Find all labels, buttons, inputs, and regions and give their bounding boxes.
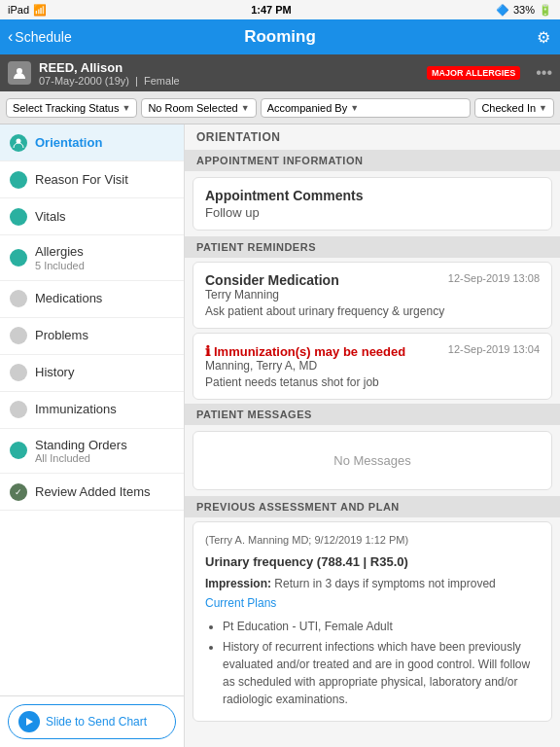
appointment-card: Appointment Comments Follow up <box>192 177 552 231</box>
tracking-status-arrow: ▼ <box>122 103 130 113</box>
sidebar-item-history[interactable]: History <box>0 355 184 392</box>
checked-in-dropdown[interactable]: Checked In ▼ <box>474 98 554 118</box>
reminders-section-header: PATIENT REMINDERS <box>185 236 560 258</box>
sidebar-item-problems[interactable]: Problems <box>0 318 184 355</box>
plan-section-header: PREVIOUS ASSESSMENT AND PLAN <box>185 496 560 517</box>
orientation-dot <box>10 134 27 152</box>
reminder-2-title: ℹ Immunization(s) may be needed <box>205 343 405 359</box>
reminder-1-author: Terry Manning <box>205 288 339 302</box>
checked-in-label: Checked In <box>481 102 536 114</box>
reminder-2-author: Manning, Terry A, MD <box>205 359 405 373</box>
gear-button[interactable]: ⚙ <box>537 28 550 47</box>
battery-icon: 🔋 <box>539 4 552 17</box>
checked-in-arrow: ▼ <box>539 103 547 113</box>
reminder-2-body: Patient needs tetanus shot for job <box>205 375 540 389</box>
appointment-comments-body: Follow up <box>205 205 540 220</box>
no-messages-text: No Messages <box>205 442 540 480</box>
sidebar: Orientation Reason For Visit Vitals Alle… <box>0 124 185 747</box>
sidebar-item-standing-orders[interactable]: Standing Orders All Included <box>0 429 184 475</box>
sidebar-item-review[interactable]: ✓ Review Added Items <box>0 474 184 511</box>
patient-bar: REED, Allison 07-May-2000 (19y) | Female… <box>0 54 560 91</box>
plan-diagnosis: Urinary frequency (788.41 | R35.0) <box>205 552 540 572</box>
standing-orders-sub: All Included <box>35 452 127 464</box>
impression-text: Return in 3 days if symptoms not improve… <box>274 577 495 590</box>
reminder-1-date: 12-Sep-2019 13:08 <box>448 272 540 284</box>
immunizations-dot <box>10 401 27 418</box>
main-layout: Orientation Reason For Visit Vitals Alle… <box>0 124 560 747</box>
reminder-card-2: ℹ Immunization(s) may be needed Manning,… <box>192 333 552 400</box>
allergies-sub: 5 Included <box>35 260 85 271</box>
back-label: Schedule <box>15 29 71 45</box>
sidebar-item-orientation[interactable]: Orientation <box>0 124 184 161</box>
patient-name: REED, Allison <box>39 60 180 75</box>
plan-meta: (Terry A. Manning MD; 9/12/2019 1:12 PM) <box>205 532 540 549</box>
patient-gender: Female <box>144 75 180 87</box>
plan-card: (Terry A. Manning MD; 9/12/2019 1:12 PM)… <box>192 521 552 722</box>
sidebar-item-allergies[interactable]: Allergies 5 Included <box>0 235 184 281</box>
plan-bullets: Pt Education - UTI, Female Adult History… <box>223 618 540 708</box>
alert-circle-icon: ℹ <box>205 343 210 359</box>
patient-details: 07-May-2000 (19y) | Female <box>39 75 180 87</box>
allergies-dot <box>10 249 27 267</box>
messages-section-header: PATIENT MESSAGES <box>185 404 560 425</box>
accompanied-by-dropdown[interactable]: Accompanied By ▼ <box>261 98 472 118</box>
history-label: History <box>35 365 74 380</box>
allergies-label: Allergies <box>35 244 85 260</box>
toolbar: Select Tracking Status ▼ No Room Selecte… <box>0 91 560 124</box>
sidebar-item-medications[interactable]: Medications <box>0 281 184 318</box>
sidebar-item-immunizations[interactable]: Immunizations <box>0 392 184 429</box>
reason-dot <box>10 171 27 189</box>
sidebar-item-reason[interactable]: Reason For Visit <box>0 161 184 198</box>
reminder-card-1: Consider Medication Terry Manning 12-Sep… <box>192 262 552 329</box>
review-dot: ✓ <box>10 483 27 501</box>
immunizations-label: Immunizations <box>35 402 117 417</box>
review-label: Review Added Items <box>35 484 151 500</box>
patient-avatar <box>8 61 31 85</box>
current-plans-link[interactable]: Current Plans <box>205 594 540 612</box>
orientation-label: Orientation <box>35 135 102 151</box>
appointment-comments-title: Appointment Comments <box>205 188 540 203</box>
appointment-section-header: APPOINTMENT INFORMATION <box>185 150 560 171</box>
sidebar-bottom: Slide to Send Chart <box>0 695 184 747</box>
ipad-label: iPad <box>8 4 29 16</box>
slide-button-label: Slide to Send Chart <box>46 715 147 729</box>
problems-dot <box>10 327 27 344</box>
patient-dob: 07-May-2000 (19y) <box>39 75 129 87</box>
reminder-row-2: ℹ Immunization(s) may be needed Manning,… <box>205 343 540 373</box>
vitals-dot <box>10 208 27 226</box>
room-dropdown[interactable]: No Room Selected ▼ <box>141 98 256 118</box>
reminder-row-1: Consider Medication Terry Manning 12-Sep… <box>205 272 540 302</box>
sidebar-item-vitals[interactable]: Vitals <box>0 198 184 235</box>
slide-to-send-button[interactable]: Slide to Send Chart <box>8 704 176 739</box>
wifi-icon: 📶 <box>33 4 47 17</box>
plan-bullet-2: History of recurrent infections which ha… <box>223 638 540 708</box>
app-header: ‹ Schedule Rooming ⚙ <box>0 19 560 54</box>
tracking-status-label: Select Tracking Status <box>13 102 119 114</box>
battery-level: 33% <box>513 4 535 16</box>
standing-orders-dot <box>10 442 27 459</box>
room-arrow: ▼ <box>241 103 250 113</box>
bluetooth-icon: 🔷 <box>496 4 509 17</box>
history-dot <box>10 364 27 381</box>
tracking-status-dropdown[interactable]: Select Tracking Status ▼ <box>6 98 137 118</box>
plan-impression: Impression: Return in 3 days if symptoms… <box>205 575 540 592</box>
play-icon <box>18 711 40 732</box>
svg-marker-2 <box>26 718 33 726</box>
time-display: 1:47 PM <box>251 4 292 16</box>
accompanied-by-label: Accompanied By <box>267 102 348 114</box>
more-options-button[interactable]: ••• <box>536 64 552 82</box>
messages-card: No Messages <box>192 431 552 490</box>
back-button[interactable]: ‹ Schedule <box>8 28 72 46</box>
reminder-2-date: 12-Sep-2019 13:04 <box>448 343 540 355</box>
medications-label: Medications <box>35 291 102 306</box>
plan-bullet-1: Pt Education - UTI, Female Adult <box>223 618 540 635</box>
content-area: ORIENTATION APPOINTMENT INFORMATION Appo… <box>185 124 560 747</box>
medications-dot <box>10 290 27 307</box>
page-title: Rooming <box>244 27 316 47</box>
back-chevron-icon: ‹ <box>8 28 13 46</box>
vitals-label: Vitals <box>35 209 66 225</box>
accompanied-by-arrow: ▼ <box>350 103 359 113</box>
reminder-1-body: Ask patient about urinary frequency & ur… <box>205 304 540 318</box>
room-label: No Room Selected <box>148 102 237 114</box>
status-bar: iPad 📶 1:47 PM 🔷 33% 🔋 <box>0 0 560 19</box>
